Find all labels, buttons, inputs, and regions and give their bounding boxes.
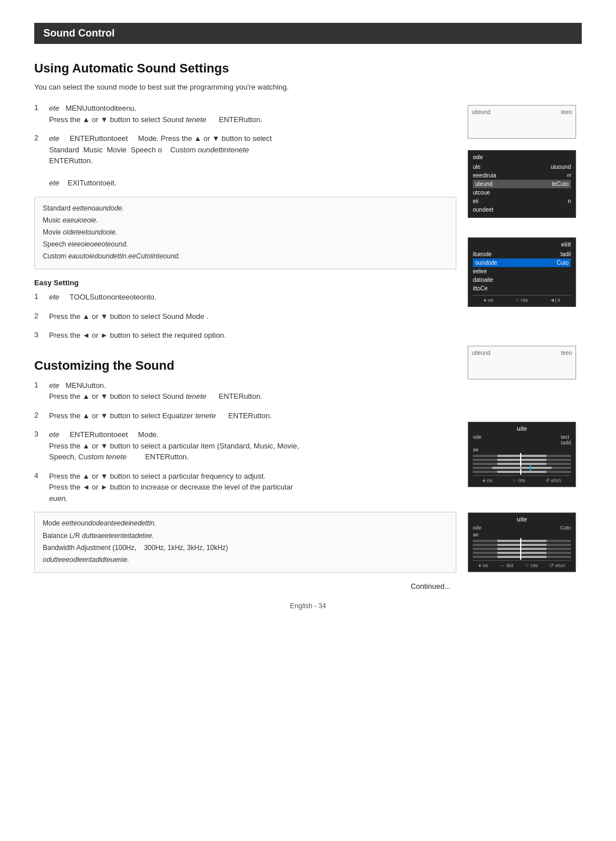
section2-step1: 1 ete MENUutton. Press the ▲ or ▼ button…	[34, 380, 456, 402]
equalizer-screen-2: uite odeCuto ae	[468, 512, 576, 572]
section-header: Sound Control	[34, 23, 582, 61]
section2-title: Customizing the Sound	[34, 358, 456, 373]
equalizer-screen-1: uite odetecttadd ae	[468, 422, 576, 487]
sound-screen-2: uiteund teeo	[468, 346, 576, 379]
continued-link: Continued...	[34, 582, 456, 591]
easy-step2: 2 Press the ▲ or ▼ button to select Soun…	[34, 311, 456, 322]
section1-step1: 1 ete MENUuttontoditeenu. Press the ▲ or…	[34, 103, 456, 125]
section1-title: Using Automatic Sound Settings	[34, 61, 582, 76]
eq-bars-1	[473, 455, 571, 473]
section2-step4: 4 Press the ▲ or ▼ button to select a pa…	[34, 471, 456, 504]
section1-infobox: Standard eettenoaundode. Music eaeuioeoi…	[34, 197, 456, 270]
easy-step1: 1 ete TOOLSuttononteeoteonto.	[34, 292, 456, 303]
section1-step2: 2 ete ENTERuttontoeet Mode. Press the ▲ …	[34, 133, 456, 189]
easy-setting-label: Easy Setting	[34, 278, 456, 287]
sound-mode-screen: ode uleuiuound eeediruiani uteundteCuto …	[468, 150, 576, 218]
section2-infobox: Mode eetteoundodeanteedeinedettin. Balan…	[34, 512, 456, 573]
easy-step3: 3 Press the ◄ or ► button to select the …	[34, 330, 456, 341]
sound-screen-1: uiteund teeo	[468, 105, 576, 139]
page-number: English - 34	[34, 602, 582, 610]
section1-subtitle: You can select the sound mode to best su…	[34, 83, 582, 91]
eq-bars-2	[473, 540, 571, 558]
easy-setting-screen: eiiit itueodetadil oundodeCuto eelee dat…	[468, 237, 576, 307]
section2-step2: 2 Press the ▲ or ▼ button to select Equa…	[34, 410, 456, 422]
section2-step3: 3 ete ENTERuttontoeet Mode. Press the ▲ …	[34, 429, 456, 463]
